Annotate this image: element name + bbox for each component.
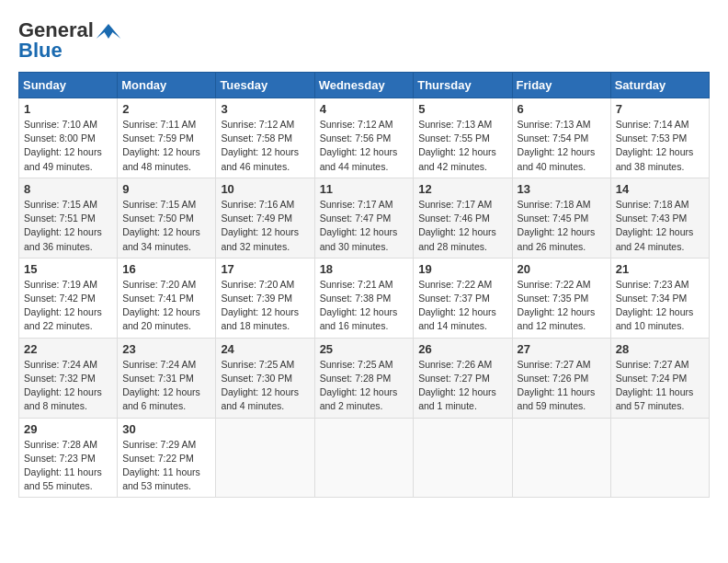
calendar-cell: 20Sunrise: 7:22 AMSunset: 7:35 PMDayligh…: [512, 258, 610, 338]
cell-details: Sunrise: 7:12 AMSunset: 7:58 PMDaylight:…: [221, 118, 309, 174]
cell-details: Sunrise: 7:22 AMSunset: 7:37 PMDaylight:…: [418, 278, 506, 334]
day-number: 15: [24, 262, 112, 276]
day-number: 5: [418, 102, 506, 116]
calendar-cell: 23Sunrise: 7:24 AMSunset: 7:31 PMDayligh…: [118, 338, 216, 418]
cell-details: Sunrise: 7:28 AMSunset: 7:23 PMDaylight:…: [24, 438, 112, 494]
day-number: 25: [320, 342, 409, 356]
calendar-cell: 28Sunrise: 7:27 AMSunset: 7:24 PMDayligh…: [610, 338, 709, 418]
cell-details: Sunrise: 7:13 AMSunset: 7:55 PMDaylight:…: [418, 118, 506, 174]
day-number: 20: [518, 262, 606, 276]
cell-details: Sunrise: 7:20 AMSunset: 7:39 PMDaylight:…: [221, 278, 309, 334]
cell-details: Sunrise: 7:29 AMSunset: 7:22 PMDaylight:…: [122, 438, 210, 494]
calendar-cell: 1Sunrise: 7:10 AMSunset: 8:00 PMDaylight…: [19, 98, 118, 178]
cell-details: Sunrise: 7:10 AMSunset: 8:00 PMDaylight:…: [24, 118, 112, 174]
day-number: 13: [518, 182, 606, 196]
cell-details: Sunrise: 7:24 AMSunset: 7:31 PMDaylight:…: [122, 358, 210, 414]
day-number: 21: [616, 262, 704, 276]
logo: General Blue: [18, 18, 123, 63]
calendar-cell: 6Sunrise: 7:13 AMSunset: 7:54 PMDaylight…: [512, 98, 610, 178]
day-number: 12: [418, 182, 506, 196]
cell-details: Sunrise: 7:20 AMSunset: 7:41 PMDaylight:…: [122, 278, 210, 334]
cell-details: Sunrise: 7:25 AMSunset: 7:30 PMDaylight:…: [221, 358, 309, 414]
day-number: 18: [320, 262, 409, 276]
cell-details: Sunrise: 7:21 AMSunset: 7:38 PMDaylight:…: [320, 278, 409, 334]
calendar-cell: 22Sunrise: 7:24 AMSunset: 7:32 PMDayligh…: [19, 338, 118, 418]
calendar-cell: 29Sunrise: 7:28 AMSunset: 7:23 PMDayligh…: [19, 418, 118, 498]
weekday-header-sunday: Sunday: [19, 73, 118, 98]
day-number: 22: [24, 342, 112, 356]
day-number: 8: [24, 182, 112, 196]
day-number: 24: [221, 342, 309, 356]
calendar-cell: 14Sunrise: 7:18 AMSunset: 7:43 PMDayligh…: [610, 178, 709, 258]
day-number: 2: [122, 102, 210, 116]
day-number: 7: [616, 102, 704, 116]
calendar-cell: 30Sunrise: 7:29 AMSunset: 7:22 PMDayligh…: [118, 418, 216, 498]
calendar-week-row: 22Sunrise: 7:24 AMSunset: 7:32 PMDayligh…: [19, 338, 710, 418]
cell-details: Sunrise: 7:11 AMSunset: 7:59 PMDaylight:…: [122, 118, 210, 174]
cell-details: Sunrise: 7:19 AMSunset: 7:42 PMDaylight:…: [24, 278, 112, 334]
day-number: 28: [616, 342, 704, 356]
logo-bird-icon: [96, 24, 121, 39]
calendar-cell: 10Sunrise: 7:16 AMSunset: 7:49 PMDayligh…: [216, 178, 314, 258]
calendar-cell: 12Sunrise: 7:17 AMSunset: 7:46 PMDayligh…: [414, 178, 512, 258]
calendar-cell: 21Sunrise: 7:23 AMSunset: 7:34 PMDayligh…: [610, 258, 709, 338]
cell-details: Sunrise: 7:17 AMSunset: 7:47 PMDaylight:…: [320, 198, 409, 254]
day-number: 30: [122, 422, 210, 436]
cell-details: Sunrise: 7:22 AMSunset: 7:35 PMDaylight:…: [518, 278, 606, 334]
calendar-cell: 19Sunrise: 7:22 AMSunset: 7:37 PMDayligh…: [414, 258, 512, 338]
cell-details: Sunrise: 7:26 AMSunset: 7:27 PMDaylight:…: [418, 358, 506, 414]
calendar-cell: 26Sunrise: 7:26 AMSunset: 7:27 PMDayligh…: [414, 338, 512, 418]
day-number: 17: [221, 262, 309, 276]
cell-details: Sunrise: 7:27 AMSunset: 7:26 PMDaylight:…: [518, 358, 606, 414]
calendar-cell: 25Sunrise: 7:25 AMSunset: 7:28 PMDayligh…: [314, 338, 414, 418]
calendar-cell: [216, 418, 314, 498]
day-number: 23: [122, 342, 210, 356]
cell-details: Sunrise: 7:12 AMSunset: 7:56 PMDaylight:…: [320, 118, 409, 174]
calendar-cell: [512, 418, 610, 498]
cell-details: Sunrise: 7:13 AMSunset: 7:54 PMDaylight:…: [518, 118, 606, 174]
calendar-week-row: 1Sunrise: 7:10 AMSunset: 8:00 PMDaylight…: [19, 98, 710, 178]
day-number: 3: [221, 102, 309, 116]
calendar-cell: 8Sunrise: 7:15 AMSunset: 7:51 PMDaylight…: [19, 178, 118, 258]
cell-details: Sunrise: 7:14 AMSunset: 7:53 PMDaylight:…: [616, 118, 704, 174]
calendar-cell: 2Sunrise: 7:11 AMSunset: 7:59 PMDaylight…: [118, 98, 216, 178]
calendar-cell: 9Sunrise: 7:15 AMSunset: 7:50 PMDaylight…: [118, 178, 216, 258]
weekday-header-friday: Friday: [512, 73, 610, 98]
calendar-header-row: SundayMondayTuesdayWednesdayThursdayFrid…: [19, 73, 710, 98]
weekday-header-monday: Monday: [118, 73, 216, 98]
calendar-table: SundayMondayTuesdayWednesdayThursdayFrid…: [18, 72, 710, 498]
day-number: 14: [616, 182, 704, 196]
calendar-cell: 4Sunrise: 7:12 AMSunset: 7:56 PMDaylight…: [314, 98, 414, 178]
day-number: 26: [418, 342, 506, 356]
cell-details: Sunrise: 7:16 AMSunset: 7:49 PMDaylight:…: [221, 198, 309, 254]
day-number: 27: [518, 342, 606, 356]
calendar-cell: 16Sunrise: 7:20 AMSunset: 7:41 PMDayligh…: [118, 258, 216, 338]
calendar-cell: 7Sunrise: 7:14 AMSunset: 7:53 PMDaylight…: [610, 98, 709, 178]
page-header: General Blue: [18, 18, 710, 63]
day-number: 16: [122, 262, 210, 276]
calendar-cell: 13Sunrise: 7:18 AMSunset: 7:45 PMDayligh…: [512, 178, 610, 258]
cell-details: Sunrise: 7:27 AMSunset: 7:24 PMDaylight:…: [616, 358, 704, 414]
calendar-cell: 5Sunrise: 7:13 AMSunset: 7:55 PMDaylight…: [414, 98, 512, 178]
cell-details: Sunrise: 7:25 AMSunset: 7:28 PMDaylight:…: [320, 358, 409, 414]
cell-details: Sunrise: 7:18 AMSunset: 7:43 PMDaylight:…: [616, 198, 704, 254]
cell-details: Sunrise: 7:17 AMSunset: 7:46 PMDaylight:…: [418, 198, 506, 254]
day-number: 1: [24, 102, 112, 116]
calendar-cell: 3Sunrise: 7:12 AMSunset: 7:58 PMDaylight…: [216, 98, 314, 178]
day-number: 9: [122, 182, 210, 196]
weekday-header-tuesday: Tuesday: [216, 73, 314, 98]
calendar-cell: 18Sunrise: 7:21 AMSunset: 7:38 PMDayligh…: [314, 258, 414, 338]
weekday-header-saturday: Saturday: [610, 73, 709, 98]
calendar-cell: 27Sunrise: 7:27 AMSunset: 7:26 PMDayligh…: [512, 338, 610, 418]
day-number: 11: [320, 182, 409, 196]
calendar-cell: 15Sunrise: 7:19 AMSunset: 7:42 PMDayligh…: [19, 258, 118, 338]
day-number: 6: [518, 102, 606, 116]
calendar-cell: 11Sunrise: 7:17 AMSunset: 7:47 PMDayligh…: [314, 178, 414, 258]
cell-details: Sunrise: 7:24 AMSunset: 7:32 PMDaylight:…: [24, 358, 112, 414]
day-number: 19: [418, 262, 506, 276]
day-number: 29: [24, 422, 112, 436]
calendar-cell: [610, 418, 709, 498]
calendar-cell: 24Sunrise: 7:25 AMSunset: 7:30 PMDayligh…: [216, 338, 314, 418]
weekday-header-thursday: Thursday: [414, 73, 512, 98]
weekday-header-wednesday: Wednesday: [314, 73, 414, 98]
